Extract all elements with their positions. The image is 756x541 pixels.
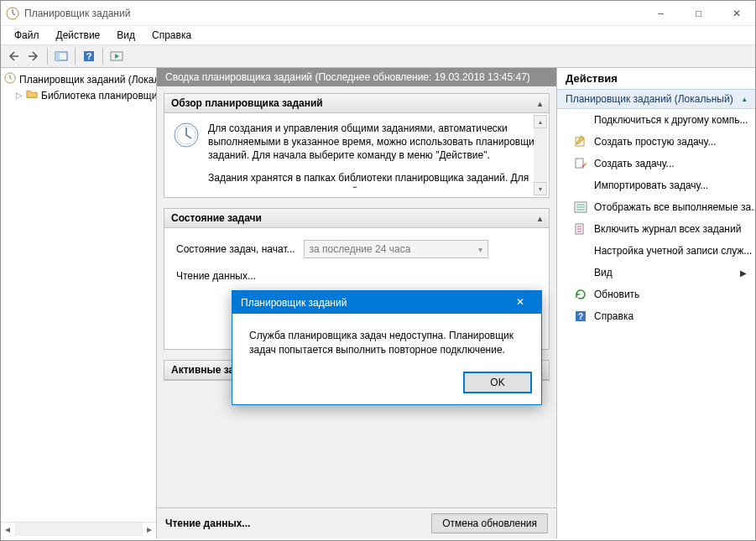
reading-label: Чтение данных... <box>176 270 256 282</box>
tree-root[interactable]: Планировщик заданий (Локальный) <box>1 71 156 87</box>
actions-group-label: Планировщик заданий (Локальный) <box>566 93 733 105</box>
chevron-down-icon: ▾ <box>478 245 482 254</box>
menu-view[interactable]: Вид <box>110 28 142 43</box>
svg-rect-2 <box>55 52 60 60</box>
blank-icon <box>574 244 587 257</box>
actions-group-header[interactable]: Планировщик заданий (Локальный) ▴ <box>557 89 755 109</box>
toolbar-separator <box>102 48 103 65</box>
maximize-button[interactable]: □ <box>680 1 717 25</box>
scroll-right-icon[interactable]: ▸ <box>143 523 156 536</box>
menu-help[interactable]: Справка <box>145 28 198 43</box>
footer-reading: Чтение данных... <box>165 518 250 529</box>
collapse-icon[interactable]: ▴ <box>538 99 542 108</box>
summary-header: Сводка планировщика заданий (Последнее о… <box>157 68 556 86</box>
center-footer: Чтение данных... Отмена обновления <box>157 507 556 538</box>
scroll-up-icon[interactable]: ▴ <box>534 115 547 128</box>
scroll-track[interactable] <box>14 523 143 536</box>
dialog-titlebar[interactable]: Планировщик заданий ✕ <box>232 291 541 314</box>
new-task-icon <box>574 157 587 170</box>
tree-root-label: Планировщик заданий (Локальный) <box>19 74 156 86</box>
log-icon <box>574 222 587 236</box>
actions-title: Действия <box>557 68 755 89</box>
overview-vscroll[interactable]: ▴ ▾ <box>534 115 547 195</box>
run-button[interactable] <box>107 47 126 65</box>
refresh-icon <box>574 288 587 301</box>
scroll-left-icon[interactable]: ◂ <box>1 523 14 536</box>
panes-button[interactable] <box>52 47 70 65</box>
action-help[interactable]: ? Справка <box>557 305 755 327</box>
menu-file[interactable]: Файл <box>8 28 46 43</box>
tree-pane: Планировщик заданий (Локальный) ▷ Библио… <box>1 68 157 538</box>
state-period-combo[interactable]: за последние 24 часа ▾ <box>304 240 488 258</box>
dialog-title: Планировщик заданий <box>241 297 347 309</box>
minimize-button[interactable]: – <box>642 1 680 25</box>
back-button[interactable] <box>4 47 23 65</box>
overview-header[interactable]: Обзор планировщика заданий ▴ <box>164 94 549 113</box>
toolbar-separator <box>47 48 48 65</box>
window-title: Планировщик заданий <box>24 8 642 19</box>
overview-text-1: Для создания и управления общими задания… <box>208 122 540 163</box>
overview-title: Обзор планировщика заданий <box>171 97 323 109</box>
toolbar: ? <box>1 44 755 68</box>
tree-library-label: Библиотека планировщика заданий <box>41 90 156 101</box>
combo-value: за последние 24 часа <box>310 243 411 255</box>
submenu-arrow-icon: ▶ <box>740 268 747 278</box>
close-button[interactable]: ✕ <box>717 1 755 25</box>
menu-action[interactable]: Действие <box>50 28 107 43</box>
forward-button[interactable] <box>24 47 43 65</box>
dialog-message: Служба планировщика задач недоступна. Пл… <box>232 314 541 366</box>
expand-icon[interactable]: ▷ <box>16 91 23 100</box>
state-title: Состояние задачи <box>171 212 262 224</box>
dialog-ok-button[interactable]: OK <box>464 372 531 393</box>
dialog-close-button[interactable]: ✕ <box>508 296 533 309</box>
help-icon: ? <box>574 310 587 323</box>
svg-point-11 <box>585 163 587 165</box>
action-import[interactable]: Импортировать задачу... <box>557 174 755 196</box>
action-account-config[interactable]: Настройка учетной записи служ... <box>557 240 755 262</box>
state-label: Состояние задач, начат... <box>176 243 295 255</box>
titlebar: Планировщик заданий – □ ✕ <box>1 1 755 26</box>
app-icon <box>6 7 19 20</box>
actions-pane: Действия Планировщик заданий (Локальный)… <box>557 68 755 538</box>
action-create-task[interactable]: Создать задачу... <box>557 153 755 174</box>
tree-hscroll[interactable]: ◂ ▸ <box>1 522 156 535</box>
overview-text-2: Задания хранятся в папках библиотеки пла… <box>208 171 540 189</box>
scroll-down-icon[interactable]: ▾ <box>534 182 547 195</box>
help-button[interactable]: ? <box>80 47 98 65</box>
wizard-icon <box>574 135 587 148</box>
blank-icon <box>574 266 587 279</box>
menubar: Файл Действие Вид Справка <box>1 26 755 44</box>
action-refresh[interactable]: Обновить <box>557 284 755 305</box>
action-show-running[interactable]: Отображать все выполняемые за... <box>557 196 755 218</box>
clock-icon <box>173 122 200 148</box>
svg-text:?: ? <box>578 312 583 321</box>
folder-icon <box>26 88 38 102</box>
overview-section: Обзор планировщика заданий ▴ Для создани… <box>164 93 550 198</box>
svg-text:?: ? <box>86 51 92 61</box>
state-header[interactable]: Состояние задачи ▴ <box>164 209 549 228</box>
clock-icon <box>4 72 16 86</box>
action-create-basic[interactable]: Создать простую задачу... <box>557 131 755 153</box>
list-icon <box>574 200 587 214</box>
blank-icon <box>574 113 587 127</box>
tree-library[interactable]: ▷ Библиотека планировщика заданий <box>1 87 156 103</box>
action-enable-log[interactable]: Включить журнал всех заданий <box>557 218 755 240</box>
toolbar-separator <box>75 48 76 65</box>
collapse-icon[interactable]: ▴ <box>538 214 542 223</box>
action-view[interactable]: Вид ▶ <box>557 262 755 284</box>
error-dialog: Планировщик заданий ✕ Служба планировщик… <box>232 290 542 405</box>
collapse-icon[interactable]: ▴ <box>743 95 747 103</box>
blank-icon <box>574 179 587 192</box>
action-connect[interactable]: Подключиться к другому компь... <box>557 109 755 131</box>
cancel-refresh-button[interactable]: Отмена обновления <box>431 513 548 533</box>
